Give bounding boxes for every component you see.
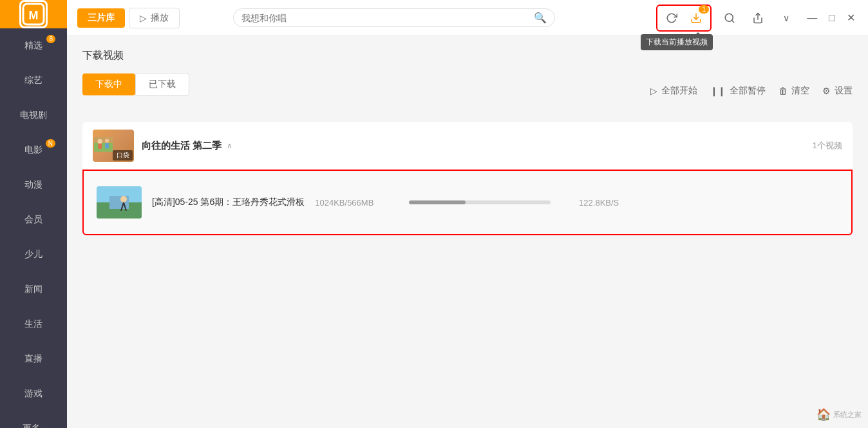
sidebar-item-dianshiju[interactable]: 电视剧	[0, 98, 67, 133]
library-button[interactable]: 三片库	[77, 8, 125, 28]
group-thumbnail: 口袋	[93, 130, 134, 162]
settings-label: 设置	[835, 85, 853, 97]
svg-rect-11	[105, 143, 108, 148]
clear-label: 清空	[791, 85, 809, 97]
nav-label-youxi: 游戏	[24, 388, 42, 400]
nav-label-dianshiju: 电视剧	[20, 110, 47, 121]
item-progress-bar	[409, 200, 551, 204]
settings-button[interactable]: ⚙ 设置	[822, 85, 853, 97]
window-controls: — □ ✕	[804, 10, 858, 25]
chevron-right-icon: ›	[42, 425, 44, 429]
nav-label-dongman: 动漫	[24, 179, 42, 191]
nav-label-zhibo: 直播	[24, 353, 42, 365]
pause-all-label: 全部暂停	[730, 85, 766, 97]
group-name: 向往的生活 第二季	[142, 140, 222, 152]
play-button[interactable]: ▷ 播放	[129, 8, 180, 28]
sidebar-item-zhibo[interactable]: 直播	[0, 342, 67, 376]
download-area-highlight: 1 下载当前播放视频	[656, 5, 712, 32]
clear-button[interactable]: 🗑 清空	[778, 85, 809, 97]
nav-label-xinwen: 新闻	[24, 284, 42, 295]
header-icons: 1 下载当前播放视频 ∨ — □	[656, 5, 858, 32]
sidebar-item-gengduo[interactable]: 更多 ›	[0, 411, 67, 428]
item-thumbnail	[97, 186, 142, 219]
group-thumb-inner: 口袋	[93, 130, 134, 162]
thumb-label: 口袋	[113, 150, 133, 160]
nav-label-jingxuan: 精选	[24, 40, 42, 52]
svg-rect-10	[98, 144, 101, 149]
download-tooltip: 下载当前播放视频	[641, 34, 713, 50]
main-area: 三片库 ▷ 播放 🔍	[67, 0, 868, 428]
sidebar-item-jingxuan[interactable]: 精选 8	[0, 28, 67, 63]
minimize-button[interactable]: —	[804, 11, 820, 25]
sidebar-logo[interactable]: M	[0, 0, 67, 28]
svg-rect-7	[94, 143, 113, 152]
item-thumb-inner	[97, 186, 142, 219]
nav-badge-jingxuan: 8	[46, 35, 55, 43]
sidebar-item-dongman[interactable]: 动漫	[0, 168, 67, 202]
sidebar-nav: 精选 8 综艺 电视剧 电影 N 动漫 会员 少儿 新闻 生活 直播	[0, 28, 67, 428]
play-label: 播放	[151, 12, 169, 24]
sidebar-item-shenghuo[interactable]: 生活	[0, 307, 67, 342]
tabs-row: 下载中 已下载 ▷ 全部开始 ❙❙ 全部暂停 🗑 清空 ⚙ 设置	[82, 73, 853, 109]
search-icon[interactable]: 🔍	[534, 12, 547, 24]
svg-point-15	[120, 196, 127, 202]
sidebar-item-zongyi[interactable]: 综艺	[0, 63, 67, 98]
header-btn-group: 三片库 ▷ 播放	[77, 8, 180, 28]
svg-point-8	[97, 139, 102, 144]
chevron-down-icon[interactable]: ∨	[776, 8, 797, 28]
close-button[interactable]: ✕	[844, 10, 858, 25]
start-all-label: 全部开始	[661, 85, 697, 97]
nav-label-zongyi: 综艺	[24, 75, 42, 86]
sidebar-item-dianying[interactable]: 电影 N	[0, 133, 67, 168]
nav-badge-dianying: N	[46, 139, 55, 148]
svg-text:M: M	[29, 9, 39, 22]
nav-label-huiyuan: 会员	[24, 214, 42, 226]
group-header[interactable]: 口袋 向往的生活 第二季 ∧ 1个视频	[82, 122, 853, 170]
search-input[interactable]	[241, 13, 529, 23]
search-icon-btn[interactable]	[719, 8, 740, 28]
search-bar[interactable]: 🔍	[233, 8, 555, 27]
logo-icon: M	[19, 0, 48, 28]
svg-point-9	[105, 139, 109, 142]
sidebar: M 精选 8 综艺 电视剧 电影 N 动漫 会员 少儿 新闻	[0, 0, 67, 428]
nav-label-gengduo: 更多	[23, 423, 41, 428]
download-items-area: [高清]05-25 第6期：王珞丹秀花式滑板 1024KB/566MB 122.…	[82, 170, 853, 235]
sidebar-item-shaoe[interactable]: 少儿	[0, 237, 67, 272]
action-bar: ▷ 全部开始 ❙❙ 全部暂停 🗑 清空 ⚙ 设置	[650, 85, 853, 97]
svg-line-4	[732, 20, 734, 22]
page-title: 下载视频	[82, 49, 853, 63]
trash-icon: 🗑	[778, 86, 788, 96]
share-icon-btn[interactable]	[748, 8, 768, 28]
tab-downloaded[interactable]: 已下载	[135, 73, 189, 96]
group-count: 1个视频	[813, 140, 842, 151]
pause-all-icon: ❙❙	[710, 86, 726, 96]
gear-icon: ⚙	[822, 86, 831, 96]
content-area: 下载视频 下载中 已下载 ▷ 全部开始 ❙❙ 全部暂停 🗑 清空	[67, 36, 868, 428]
download-button[interactable]: 1	[686, 8, 706, 28]
item-speed: 122.8KB/S	[561, 198, 619, 208]
nav-label-shaoe: 少儿	[24, 249, 42, 260]
sidebar-item-xinwen[interactable]: 新闻	[0, 272, 67, 307]
nav-label-dianying: 电影	[24, 144, 42, 156]
sidebar-item-youxi[interactable]: 游戏	[0, 376, 67, 411]
item-title: [高清]05-25 第6期：王珞丹秀花式滑板	[152, 197, 305, 208]
watermark: 🏠 系统之家	[816, 407, 862, 422]
sidebar-item-huiyuan[interactable]: 会员	[0, 202, 67, 237]
download-badge: 1	[699, 5, 709, 14]
header: 三片库 ▷ 播放 🔍	[67, 0, 868, 36]
tab-downloading[interactable]: 下载中	[82, 73, 135, 95]
refresh-button[interactable]	[661, 8, 682, 28]
download-item: [高清]05-25 第6期：王珞丹秀花式滑板 1024KB/566MB 122.…	[84, 177, 851, 228]
watermark-text: 系统之家	[833, 410, 862, 420]
play-all-icon: ▷	[650, 86, 657, 96]
download-group: 口袋 向往的生活 第二季 ∧ 1个视频	[82, 122, 853, 235]
pause-all-button[interactable]: ❙❙ 全部暂停	[710, 85, 766, 97]
item-progress-info: 1024KB/566MB	[315, 198, 399, 208]
maximize-button[interactable]: □	[826, 11, 838, 25]
nav-label-shenghuo: 生活	[24, 318, 42, 330]
start-all-button[interactable]: ▷ 全部开始	[650, 85, 697, 97]
expand-icon[interactable]: ∧	[227, 141, 232, 150]
item-progress-fill	[409, 200, 466, 204]
play-icon: ▷	[140, 13, 147, 23]
tab-group: 下载中 已下载	[82, 73, 189, 96]
